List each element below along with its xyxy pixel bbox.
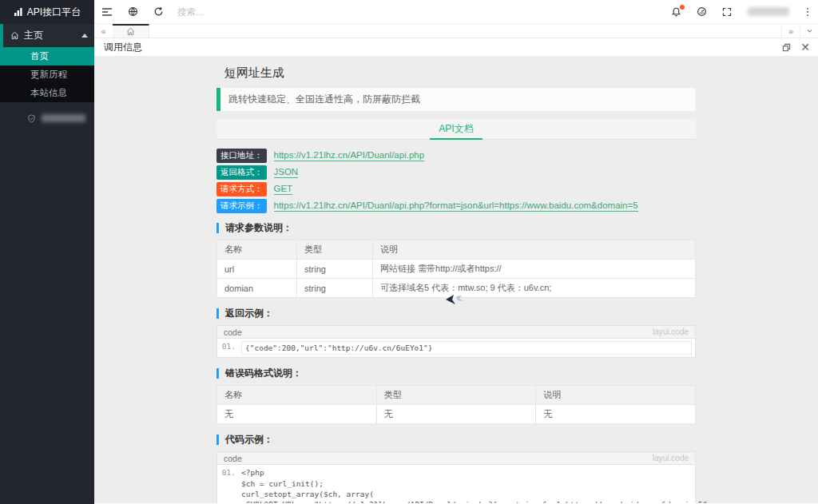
code-block-label: code	[224, 454, 242, 463]
value-request-example[interactable]: https://v1.21lhz.cn/API/Duanl/api.php?fo…	[274, 200, 638, 212]
maximize-icon	[782, 43, 791, 52]
gauge-icon	[697, 6, 707, 17]
collapse-sidebar-icon	[101, 7, 113, 17]
tab-home[interactable]	[113, 24, 149, 38]
code-line: 01.<?php	[217, 467, 692, 478]
description-quote: 跳转快速稳定、全国连通性高，防屏蔽防拦截	[216, 88, 696, 111]
tabs-menu-button[interactable]	[800, 24, 818, 38]
table-cell: 无	[217, 405, 377, 424]
sidebar-item-home[interactable]: 首页	[0, 47, 94, 65]
chevron-down-icon	[806, 27, 813, 34]
badge-request-method: 请求方式：	[216, 182, 267, 196]
meta-row-request-method: 请求方式：GET	[216, 183, 696, 196]
column-header: 说明	[373, 240, 696, 260]
tabs-empty-space	[149, 24, 781, 38]
tabs-scroll-left-button[interactable]: «	[94, 24, 113, 38]
sidebar-item-site-info[interactable]: 本站信息	[0, 84, 94, 102]
layui-code-brand: layui.code	[653, 454, 689, 462]
sidebar-item-user[interactable]	[0, 109, 94, 128]
table-row: urlstring网站链接 需带http://或者https://	[217, 260, 696, 279]
error-codes-table: 名称类型说明无无无	[216, 385, 696, 424]
badge-api-url: 接口地址：	[216, 149, 267, 163]
meta-row-api-url: 接口地址：https://v1.21lhz.cn/API/Duanl/api.p…	[216, 149, 696, 162]
code-line: $ch = curl_init();	[217, 478, 692, 489]
table-cell: domian	[217, 279, 297, 298]
app-logo[interactable]: API接口平台	[0, 0, 94, 24]
search-input[interactable]	[177, 7, 265, 17]
redacted-user-text	[42, 114, 85, 122]
panel-header: 调用信息 ✕	[94, 38, 818, 57]
doc-content: 短网址生成 跳转快速稳定、全国连通性高，防屏蔽防拦截 API文档 接口地址：ht…	[94, 57, 818, 503]
table-cell: 无	[536, 405, 696, 424]
shield-check-icon	[27, 114, 36, 123]
tab-bar: « »	[94, 24, 818, 38]
refresh-button[interactable]	[145, 0, 171, 24]
return-example-codebox: code layui.code 01.{"code":200,"url":"ht…	[216, 325, 696, 358]
sidebar-menu-parent-home[interactable]: 主页	[0, 24, 94, 47]
panel-title: 调用信息	[104, 41, 142, 54]
table-cell: 网站链接 需带http://或者https://	[373, 260, 696, 279]
home-icon	[10, 31, 19, 40]
table-cell: url	[217, 260, 297, 279]
params-table: 名称类型说明urlstring网站链接 需带http://或者https://d…	[216, 240, 696, 298]
topbar-right: ⋮	[663, 0, 818, 24]
close-panel-button[interactable]: ✕	[800, 42, 810, 53]
code-example-codebox: code layui.code 01.<?php$ch = curl_init(…	[216, 451, 696, 503]
redacted-username[interactable]	[748, 7, 789, 16]
column-header: 类型	[376, 386, 536, 405]
section-title-error-codes: 错误码格式说明：	[216, 368, 696, 379]
sidebar-submenu: 首页更新历程本站信息	[0, 47, 94, 102]
clear-cache-button[interactable]	[689, 0, 714, 24]
section-title-params: 请求参数说明：	[216, 223, 696, 233]
code-line: CURLOPT_URL => "https://v1.21lhz.cn/API/…	[217, 499, 692, 503]
table-cell: string	[297, 260, 373, 279]
section-title-return-example: 返回示例：	[216, 308, 696, 319]
meta-row-request-example: 请求示例：https://v1.21lhz.cn/API/Duanl/api.p…	[216, 200, 696, 212]
chevron-up-icon	[81, 34, 88, 38]
table-cell: 可选择域名5 代表：mtw.so; 9 代表：u6v.cn;	[373, 279, 696, 298]
value-request-method[interactable]: GET	[274, 184, 293, 195]
refresh-icon	[153, 6, 164, 17]
badge-request-example: 请求示例：	[216, 199, 267, 213]
fullscreen-icon	[722, 7, 732, 17]
maximize-panel-button[interactable]	[782, 43, 791, 52]
collapse-sidebar-button[interactable]	[94, 0, 120, 24]
table-cell: string	[297, 279, 373, 298]
code-line: curl_setopt_array($ch, array(	[217, 489, 692, 499]
more-menu-button[interactable]: ⋮	[797, 6, 818, 18]
table-row: 无无无	[217, 405, 696, 424]
value-return-format[interactable]: JSON	[274, 167, 299, 178]
api-meta-list: 接口地址：https://v1.21lhz.cn/API/Duanl/api.p…	[216, 149, 696, 212]
tabs-scroll-right-button[interactable]: »	[781, 24, 800, 38]
page-title: 短网址生成	[216, 65, 696, 81]
meta-row-return-format: 返回格式：JSON	[216, 166, 696, 179]
site-home-button[interactable]	[120, 0, 145, 24]
value-api-url[interactable]: https://v1.21lhz.cn/API/Duanl/api.php	[274, 150, 425, 161]
code-line: 01.{"code":200,"url":"http://u6v.cn/6uEY…	[217, 341, 692, 355]
main-area: ⋮ « » 调用信息	[94, 0, 818, 504]
return-example-code[interactable]: 01.{"code":200,"url":"http://u6v.cn/6uEY…	[217, 339, 695, 357]
code-block-label: code	[224, 327, 242, 337]
tab-api-doc[interactable]: API文档	[430, 119, 482, 139]
mouse-cursor	[446, 294, 465, 308]
fullscreen-button[interactable]	[714, 0, 740, 24]
column-header: 说明	[536, 386, 696, 405]
home-tab-icon	[126, 27, 135, 36]
notifications-button[interactable]	[663, 0, 689, 24]
logo-text: API接口平台	[27, 6, 81, 19]
notification-badge	[680, 5, 685, 10]
top-navbar: ⋮	[94, 0, 818, 24]
logo-icon	[14, 7, 23, 17]
sidebar-item-update-history[interactable]: 更新历程	[0, 65, 94, 84]
column-header: 类型	[297, 240, 373, 260]
layui-code-brand: layui.code	[653, 327, 689, 336]
badge-return-format: 返回格式：	[216, 165, 267, 180]
sidebar-parent-label: 主页	[24, 29, 43, 42]
sidebar: API接口平台 主页 首页更新历程本站信息	[0, 0, 94, 504]
table-cell: 无	[376, 405, 536, 424]
globe-icon	[128, 6, 138, 17]
column-header: 名称	[217, 240, 297, 260]
code-example-code[interactable]: 01.<?php$ch = curl_init();curl_setopt_ar…	[217, 465, 695, 503]
column-header: 名称	[217, 386, 377, 405]
doc-tabstrip: API文档	[216, 119, 696, 140]
